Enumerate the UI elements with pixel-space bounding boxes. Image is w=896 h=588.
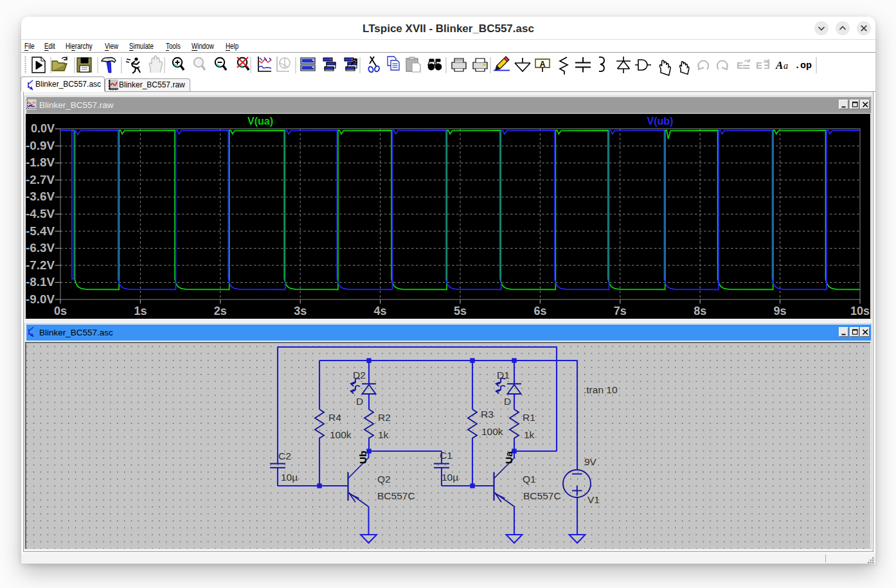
svg-text:10s: 10s (850, 305, 870, 317)
svg-text:1k: 1k (524, 429, 535, 440)
svg-text:0s: 0s (54, 305, 67, 317)
svg-text:R1: R1 (523, 412, 535, 423)
svg-text:-2.7V: -2.7V (26, 174, 55, 186)
svg-text:D2: D2 (353, 370, 366, 380)
svg-text:.tran 10: .tran 10 (584, 384, 618, 395)
svg-text:7s: 7s (614, 305, 627, 317)
svg-text:9V: 9V (584, 456, 597, 467)
svg-text:Q1: Q1 (523, 474, 536, 485)
svg-text:R4: R4 (328, 412, 341, 423)
svg-text:9s: 9s (774, 305, 787, 317)
svg-text:-3.6V: -3.6V (26, 190, 55, 203)
svg-text:100k: 100k (481, 426, 503, 437)
svg-text:Ua: Ua (503, 451, 514, 464)
svg-text:10µ: 10µ (281, 472, 298, 483)
svg-text:E: E (737, 60, 743, 71)
svg-text:C2: C2 (278, 450, 291, 461)
svg-text:-5.4V: -5.4V (26, 225, 55, 238)
svg-text:1s: 1s (134, 305, 147, 317)
svg-text:2s: 2s (214, 305, 227, 317)
svg-text:R2: R2 (378, 412, 391, 423)
svg-text:Q2: Q2 (377, 474, 391, 485)
svg-text:-9.0V: -9.0V (26, 293, 55, 306)
svg-text:-1.8V: -1.8V (26, 156, 55, 169)
svg-text:4s: 4s (374, 305, 387, 317)
svg-text:5s: 5s (454, 305, 467, 317)
svg-text:V1: V1 (587, 494, 600, 505)
svg-text:-6.3V: -6.3V (26, 242, 55, 254)
svg-text:0.0V: 0.0V (31, 122, 55, 135)
svg-text:BC557C: BC557C (377, 490, 415, 501)
svg-text:D1: D1 (497, 370, 510, 380)
svg-text:D: D (504, 396, 511, 407)
svg-text:10µ: 10µ (442, 472, 458, 483)
svg-text:-7.2V: -7.2V (26, 259, 55, 272)
svg-text:A: A (540, 60, 546, 69)
svg-text:V(ub): V(ub) (647, 116, 674, 127)
svg-text:.op: .op (794, 60, 812, 71)
svg-text:8s: 8s (694, 305, 706, 317)
svg-text:-0.9V: -0.9V (26, 139, 55, 152)
svg-text:3s: 3s (294, 305, 307, 317)
svg-text:E: E (756, 60, 762, 71)
svg-text:R3: R3 (481, 409, 494, 420)
svg-text:Ub: Ub (357, 450, 368, 464)
svg-text:D: D (356, 396, 363, 407)
svg-text:6s: 6s (533, 305, 546, 317)
svg-text:-4.5V: -4.5V (26, 208, 55, 220)
svg-text:A: A (775, 59, 783, 71)
svg-text:V(ua): V(ua) (247, 116, 273, 127)
svg-text:100k: 100k (330, 429, 352, 440)
svg-text:1k: 1k (378, 429, 389, 440)
svg-text:a: a (784, 61, 788, 71)
svg-text:-8.1V: -8.1V (26, 276, 55, 289)
svg-text:C1: C1 (440, 450, 452, 461)
svg-text:BC557C: BC557C (523, 490, 561, 501)
